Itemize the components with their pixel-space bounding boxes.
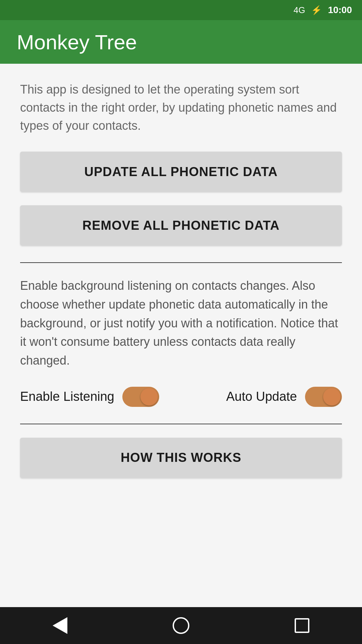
auto-update-knob <box>323 388 341 406</box>
how-this-works-button[interactable]: HOW THIS WORKS <box>20 438 342 478</box>
update-all-phonetic-data-button[interactable]: UPDATE ALL PHONETIC DATA <box>20 152 342 192</box>
enable-listening-label: Enable Listening <box>20 389 114 404</box>
signal-icon: 4G <box>294 5 305 15</box>
nav-bar <box>0 607 362 644</box>
recents-icon <box>295 618 309 633</box>
home-icon <box>173 617 189 634</box>
auto-update-group: Auto Update <box>226 387 342 407</box>
status-bar: 4G ⚡ 10:00 <box>0 0 362 20</box>
app-bar: Monkey Tree <box>0 20 362 64</box>
toggles-row: Enable Listening Auto Update <box>20 387 342 407</box>
recents-button[interactable] <box>295 618 309 633</box>
back-button[interactable] <box>53 617 67 634</box>
app-title: Monkey Tree <box>17 30 137 54</box>
main-content: This app is designed to let the operatin… <box>0 64 362 607</box>
enable-listening-toggle[interactable] <box>122 387 159 407</box>
description-text: This app is designed to let the operatin… <box>20 80 342 135</box>
auto-update-toggle[interactable] <box>305 387 342 407</box>
background-description-text: Enable background listening on contacts … <box>20 276 342 370</box>
battery-icon: ⚡ <box>311 5 322 15</box>
home-button[interactable] <box>173 617 189 634</box>
auto-update-label: Auto Update <box>226 389 297 404</box>
back-icon <box>53 617 67 634</box>
remove-all-phonetic-data-button[interactable]: REMOVE ALL PHONETIC DATA <box>20 205 342 246</box>
time-display: 10:00 <box>328 5 352 15</box>
enable-listening-knob <box>140 388 158 406</box>
enable-listening-group: Enable Listening <box>20 387 159 407</box>
divider-bottom <box>20 424 342 424</box>
divider-top <box>20 262 342 263</box>
